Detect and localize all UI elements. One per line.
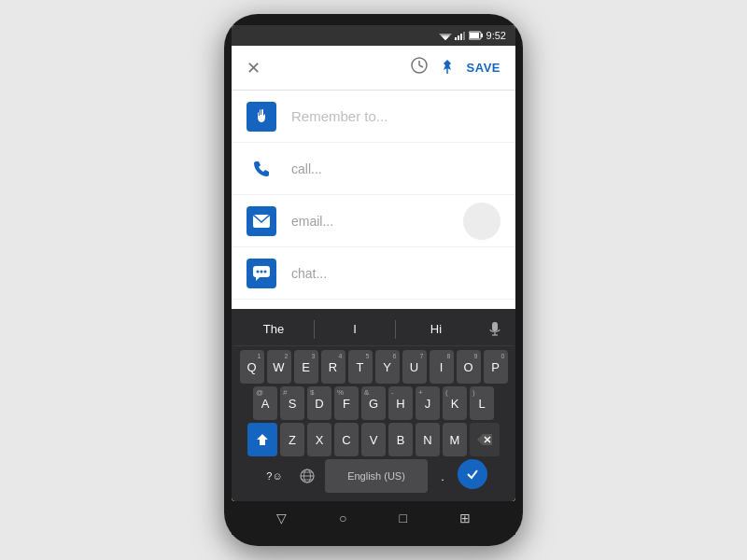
status-bar: 9:52 xyxy=(232,25,515,46)
shift-key[interactable] xyxy=(247,423,277,456)
app-content: ✕ SAVE xyxy=(232,46,515,501)
key-f[interactable]: %F xyxy=(334,386,359,420)
suggestion-the[interactable]: The xyxy=(233,322,314,336)
key-h[interactable]: -H xyxy=(388,386,413,420)
key-j[interactable]: +J xyxy=(416,386,440,420)
battery-icon xyxy=(469,31,484,40)
chat-icon xyxy=(247,259,276,288)
globe-icon xyxy=(300,469,315,483)
key-b[interactable]: B xyxy=(388,423,413,456)
backspace-key[interactable] xyxy=(470,423,500,456)
wifi-icon xyxy=(439,31,452,40)
key-q[interactable]: 1Q xyxy=(240,350,264,384)
list-item-remember[interactable]: Remember to... xyxy=(232,91,515,143)
key-r[interactable]: 4R xyxy=(321,350,345,384)
suggestion-hi[interactable]: Hi xyxy=(396,322,476,336)
svg-rect-6 xyxy=(463,32,465,40)
keyboard: The I Hi xyxy=(232,309,515,501)
list-item-call[interactable]: call... xyxy=(232,143,515,195)
key-row-3: Z X C V B N M xyxy=(235,423,512,456)
pin-icon[interactable] xyxy=(439,58,456,78)
clock-svg xyxy=(411,57,428,74)
suggestions-bar: The I Hi xyxy=(233,313,514,346)
key-c[interactable]: C xyxy=(334,423,359,456)
check-icon xyxy=(466,468,479,481)
menu-list: Remember to... call... xyxy=(232,91,515,309)
key-z[interactable]: Z xyxy=(280,423,304,456)
mic-svg xyxy=(489,322,500,337)
svg-rect-5 xyxy=(460,34,462,40)
key-a[interactable]: @A xyxy=(253,386,277,420)
key-u[interactable]: 7U xyxy=(402,350,427,384)
home-button[interactable]: ○ xyxy=(339,511,346,525)
svg-rect-9 xyxy=(470,33,479,38)
status-icons: 9:52 xyxy=(439,30,506,41)
key-row-1: 1Q 2W 3E 4R 5T 6Y 7U 8I 9O 0P xyxy=(235,350,512,384)
recents-button[interactable]: □ xyxy=(400,511,407,525)
phone-device: 9:52 ✕ xyxy=(224,14,523,546)
phone-svg xyxy=(251,159,272,179)
email-svg xyxy=(253,215,270,228)
svg-point-19 xyxy=(264,270,267,273)
key-m[interactable]: M xyxy=(443,423,467,456)
key-w[interactable]: 2W xyxy=(267,350,291,384)
shift-icon xyxy=(256,433,269,446)
email-icon xyxy=(247,206,276,236)
hand-svg xyxy=(253,108,270,125)
chat-svg xyxy=(253,266,270,281)
svg-marker-16 xyxy=(256,277,260,281)
key-e[interactable]: 3E xyxy=(294,350,318,384)
svg-point-17 xyxy=(257,270,260,273)
svg-line-12 xyxy=(419,65,423,67)
key-v[interactable]: V xyxy=(361,423,386,456)
svg-rect-8 xyxy=(481,34,483,37)
key-t[interactable]: 5T xyxy=(348,350,373,384)
remember-placeholder: Remember to... xyxy=(291,108,388,124)
space-key[interactable]: English (US) xyxy=(325,459,428,493)
phone-screen: 9:52 ✕ xyxy=(232,25,515,501)
key-y[interactable]: 6Y xyxy=(375,350,400,384)
navigation-bar: ▽ ○ □ ⊞ xyxy=(232,501,515,535)
key-o[interactable]: 9O xyxy=(457,350,481,384)
key-s[interactable]: #S xyxy=(280,386,304,420)
phone-call-icon xyxy=(247,154,276,184)
call-text: call... xyxy=(291,161,322,176)
list-item-email[interactable]: email... xyxy=(232,195,515,247)
key-g[interactable]: &G xyxy=(361,386,386,420)
period-key[interactable]: . xyxy=(430,459,455,493)
hand-icon xyxy=(247,102,276,132)
globe-key[interactable] xyxy=(292,459,322,493)
key-k[interactable]: (K xyxy=(443,386,467,420)
mic-icon[interactable] xyxy=(476,322,514,337)
emoji-key[interactable]: ?☺ xyxy=(260,459,289,493)
svg-rect-20 xyxy=(492,322,498,331)
svg-marker-2 xyxy=(443,37,448,40)
key-row-2: @A #S $D %F &G -H +J (K )L xyxy=(235,386,512,420)
list-item-chat[interactable]: chat... xyxy=(232,247,515,300)
save-button[interactable]: SAVE xyxy=(467,61,500,75)
signal-icon xyxy=(455,31,466,40)
backspace-icon xyxy=(477,434,492,445)
svg-point-18 xyxy=(261,270,263,273)
back-button[interactable]: ▽ xyxy=(276,511,287,525)
close-button[interactable]: ✕ xyxy=(247,58,261,78)
keyboard-rows: 1Q 2W 3E 4R 5T 6Y 7U 8I 9O 0P @A #S xyxy=(233,346,514,499)
key-l[interactable]: )L xyxy=(470,386,494,420)
grid-button[interactable]: ⊞ xyxy=(459,511,471,525)
svg-marker-23 xyxy=(257,434,268,445)
toggle-button[interactable] xyxy=(463,203,500,240)
key-n[interactable]: N xyxy=(416,423,440,456)
key-x[interactable]: X xyxy=(307,423,331,456)
svg-rect-4 xyxy=(458,35,459,40)
key-p[interactable]: 0P xyxy=(484,350,508,384)
clock-icon[interactable] xyxy=(411,57,428,78)
key-i[interactable]: 8I xyxy=(430,350,454,384)
enter-key[interactable] xyxy=(458,459,487,489)
key-d[interactable]: $D xyxy=(307,386,331,420)
pin-svg xyxy=(439,58,456,75)
suggestion-i[interactable]: I xyxy=(315,322,395,336)
svg-rect-3 xyxy=(455,37,457,40)
email-text: email... xyxy=(291,214,333,229)
chat-text: chat... xyxy=(291,266,327,281)
key-row-bottom: ?☺ English (US) xyxy=(235,459,512,493)
